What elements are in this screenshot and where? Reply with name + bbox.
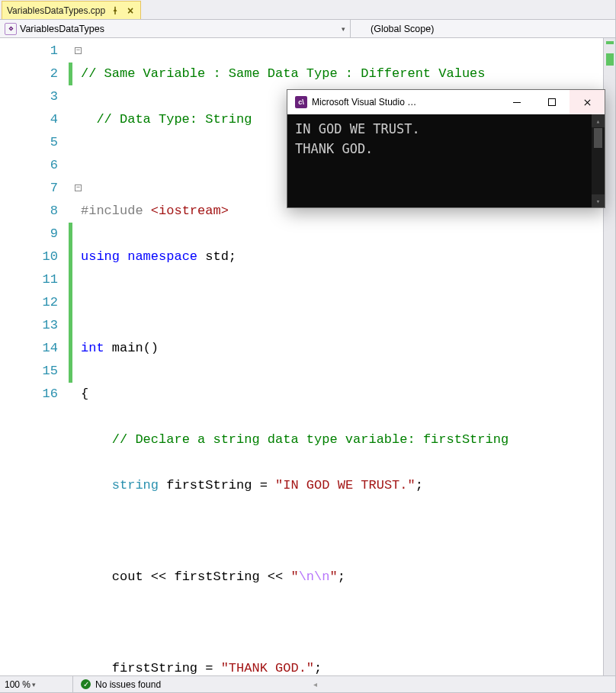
issues-indicator[interactable]: ✓ No issues found bbox=[73, 676, 161, 692]
code-text: main bbox=[112, 341, 143, 355]
minimize-button[interactable] bbox=[499, 90, 534, 114]
console-line: THANK GOD. bbox=[295, 139, 597, 159]
zoom-label: 100 % bbox=[5, 679, 30, 690]
nav-member-label: (Global Scope) bbox=[371, 24, 434, 34]
change-marker bbox=[69, 223, 72, 245]
code-text: << bbox=[151, 569, 175, 584]
svg-rect-1 bbox=[549, 99, 556, 106]
change-marker bbox=[69, 63, 72, 85]
scroll-thumb[interactable] bbox=[594, 128, 602, 148]
module-icon: ⋄ bbox=[5, 23, 17, 35]
chevron-down-icon: ▾ bbox=[342, 25, 345, 33]
code-text: cout bbox=[112, 569, 151, 584]
code-text: std bbox=[205, 249, 229, 264]
code-text: ; bbox=[415, 478, 423, 492]
nav-scope-member[interactable]: (Global Scope) bbox=[351, 20, 615, 37]
code-text: = bbox=[205, 661, 220, 675]
code-text: ; bbox=[229, 249, 236, 264]
pin-icon[interactable] bbox=[110, 5, 120, 16]
chevron-down-icon: ▾ bbox=[32, 681, 36, 688]
code-text: using bbox=[81, 249, 127, 264]
code-text: "IN GOD WE TRUST." bbox=[275, 478, 415, 492]
code-text: () bbox=[143, 341, 159, 355]
code-text: string bbox=[112, 478, 166, 492]
code-text: { bbox=[81, 387, 88, 401]
code-text: namespace bbox=[127, 249, 205, 264]
code-text: ; bbox=[338, 569, 345, 584]
line-number-gutter: 12345678 910111213141516 bbox=[0, 38, 69, 675]
change-marker bbox=[606, 41, 614, 44]
code-text: " bbox=[329, 569, 337, 584]
navigation-bar: ⋄ VariablesDataTypes ▾ (Global Scope) bbox=[0, 20, 615, 38]
checkmark-icon: ✓ bbox=[81, 679, 91, 689]
change-marker bbox=[69, 337, 72, 360]
status-bar: 100 % ▾ ✓ No issues found ◂ bbox=[0, 675, 615, 692]
change-marker-gutter: − − bbox=[69, 38, 81, 675]
code-text bbox=[81, 611, 603, 634]
code-text: << bbox=[268, 569, 291, 584]
console-output[interactable]: IN GOD WE TRUST. THANK GOD. ▴ ▾ bbox=[287, 114, 605, 207]
code-text: <iostream> bbox=[151, 204, 229, 218]
console-titlebar[interactable]: c\ Microsoft Visual Studio … bbox=[287, 90, 605, 114]
zoom-selector[interactable]: 100 % ▾ bbox=[0, 676, 73, 692]
code-text: = bbox=[260, 478, 275, 492]
code-text: // Declare a string data type variable: … bbox=[112, 432, 509, 447]
code-text: #include bbox=[81, 204, 151, 218]
scroll-up-icon[interactable]: ▴ bbox=[592, 114, 605, 127]
change-marker bbox=[606, 53, 614, 66]
code-text: int bbox=[81, 341, 112, 355]
change-marker bbox=[69, 245, 72, 268]
ide-window: VariablesDataTypes.cpp × ⋄ VariablesData… bbox=[0, 0, 616, 693]
outline-collapse-icon[interactable]: − bbox=[75, 47, 82, 54]
code-text: "THANK GOD." bbox=[221, 661, 314, 675]
splitter-handle[interactable]: ◂ bbox=[313, 680, 317, 688]
nav-scope-type[interactable]: ⋄ VariablesDataTypes ▾ bbox=[0, 20, 351, 37]
code-text: firstString bbox=[174, 569, 267, 584]
file-tab[interactable]: VariablesDataTypes.cpp × bbox=[2, 1, 141, 19]
close-tab-icon[interactable]: × bbox=[125, 5, 136, 16]
code-text: firstString bbox=[166, 478, 259, 492]
code-text: " bbox=[290, 569, 298, 584]
outline-collapse-icon[interactable]: − bbox=[75, 184, 82, 191]
console-title: Microsoft Visual Studio … bbox=[312, 97, 416, 107]
change-marker bbox=[69, 268, 72, 291]
svg-rect-0 bbox=[513, 102, 521, 103]
app-icon: c\ bbox=[295, 96, 307, 108]
tab-filename: VariablesDataTypes.cpp bbox=[7, 5, 105, 16]
tab-strip: VariablesDataTypes.cpp × bbox=[0, 0, 615, 20]
code-text: ; bbox=[314, 661, 322, 675]
code-text: firstString bbox=[112, 661, 205, 675]
change-marker bbox=[69, 314, 72, 337]
code-text bbox=[81, 520, 603, 543]
code-text bbox=[81, 291, 603, 314]
issues-label: No issues found bbox=[95, 679, 161, 690]
change-marker bbox=[69, 360, 72, 383]
console-line: IN GOD WE TRUST. bbox=[295, 119, 597, 139]
maximize-button[interactable] bbox=[534, 90, 569, 114]
change-marker bbox=[69, 291, 72, 314]
code-text: // Data Type: String bbox=[96, 112, 252, 127]
console-window: c\ Microsoft Visual Studio … IN GOD WE T… bbox=[287, 89, 605, 208]
code-text: \n\n bbox=[299, 569, 330, 584]
console-scrollbar[interactable]: ▴ ▾ bbox=[592, 114, 605, 207]
code-text: // Same Variable : Same Data Type : Diff… bbox=[81, 66, 486, 81]
nav-type-label: VariablesDataTypes bbox=[20, 24, 104, 34]
scroll-down-icon[interactable]: ▾ bbox=[592, 194, 605, 207]
